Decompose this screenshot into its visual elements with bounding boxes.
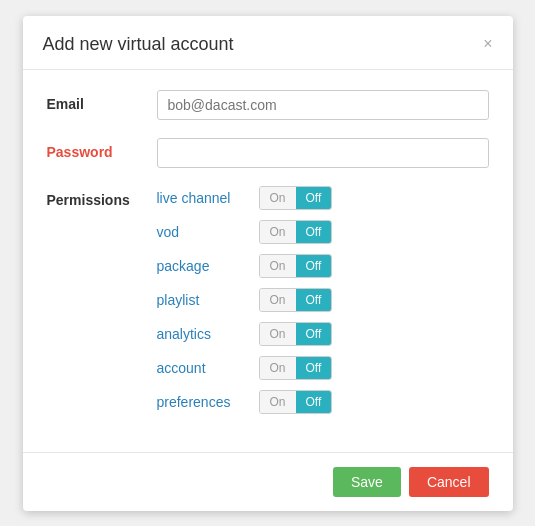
save-button[interactable]: Save [333, 467, 401, 497]
permission-row-vod: vodOnOff [157, 220, 489, 244]
toggle-off-analytics[interactable]: Off [296, 323, 332, 345]
cancel-button[interactable]: Cancel [409, 467, 489, 497]
permissions-label: Permissions [47, 186, 157, 208]
toggle-group-vod: OnOff [259, 220, 333, 244]
permission-label-account: account [157, 360, 247, 376]
toggle-off-vod[interactable]: Off [296, 221, 332, 243]
permission-row-preferences: preferencesOnOff [157, 390, 489, 414]
password-row: Password [47, 138, 489, 168]
permission-label-playlist: playlist [157, 292, 247, 308]
toggle-group-preferences: OnOff [259, 390, 333, 414]
email-row: Email [47, 90, 489, 120]
permission-row-package: packageOnOff [157, 254, 489, 278]
toggle-on-playlist[interactable]: On [260, 289, 296, 311]
close-button[interactable]: × [483, 36, 492, 52]
toggle-off-package[interactable]: Off [296, 255, 332, 277]
permission-label-vod: vod [157, 224, 247, 240]
permission-row-account: accountOnOff [157, 356, 489, 380]
permission-row-analytics: analyticsOnOff [157, 322, 489, 346]
email-label: Email [47, 90, 157, 112]
toggle-off-live_channel[interactable]: Off [296, 187, 332, 209]
email-input[interactable] [157, 90, 489, 120]
toggle-off-account[interactable]: Off [296, 357, 332, 379]
add-virtual-account-modal: Add new virtual account × Email Password… [23, 16, 513, 511]
permission-label-preferences: preferences [157, 394, 247, 410]
toggle-group-account: OnOff [259, 356, 333, 380]
toggle-on-account[interactable]: On [260, 357, 296, 379]
modal-header: Add new virtual account × [23, 16, 513, 70]
toggle-off-preferences[interactable]: Off [296, 391, 332, 413]
password-label: Password [47, 138, 157, 160]
modal-body: Email Password Permissions live channelO… [23, 70, 513, 452]
modal-title: Add new virtual account [43, 34, 234, 55]
toggle-on-preferences[interactable]: On [260, 391, 296, 413]
permission-label-analytics: analytics [157, 326, 247, 342]
toggle-group-live_channel: OnOff [259, 186, 333, 210]
toggle-on-analytics[interactable]: On [260, 323, 296, 345]
toggle-on-package[interactable]: On [260, 255, 296, 277]
password-input[interactable] [157, 138, 489, 168]
toggle-group-playlist: OnOff [259, 288, 333, 312]
toggle-group-analytics: OnOff [259, 322, 333, 346]
modal-footer: Save Cancel [23, 452, 513, 511]
permission-label-package: package [157, 258, 247, 274]
toggle-on-vod[interactable]: On [260, 221, 296, 243]
toggle-on-live_channel[interactable]: On [260, 187, 296, 209]
permissions-list: live channelOnOffvodOnOffpackageOnOffpla… [157, 186, 489, 414]
permission-label-live_channel: live channel [157, 190, 247, 206]
permission-row-playlist: playlistOnOff [157, 288, 489, 312]
toggle-off-playlist[interactable]: Off [296, 289, 332, 311]
permission-row-live_channel: live channelOnOff [157, 186, 489, 210]
permissions-row: Permissions live channelOnOffvodOnOffpac… [47, 186, 489, 414]
toggle-group-package: OnOff [259, 254, 333, 278]
